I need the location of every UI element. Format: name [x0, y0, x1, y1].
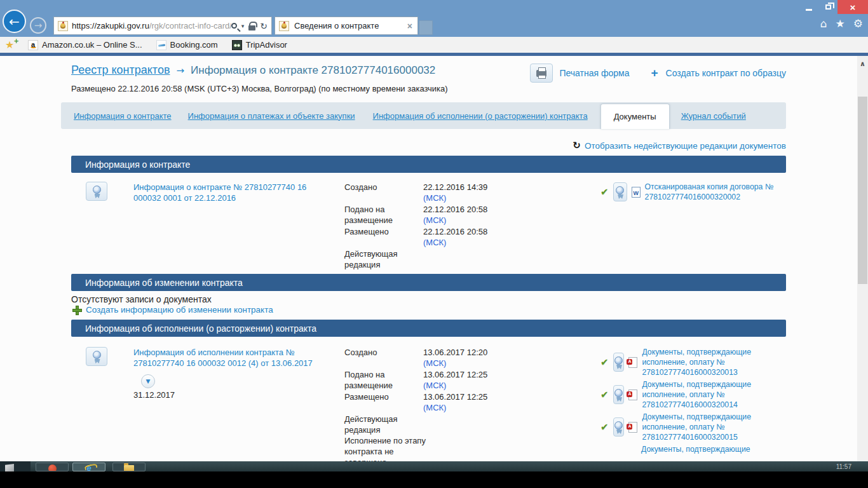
close-button[interactable]: ×: [837, 0, 868, 14]
timezone-link[interactable]: (МСК): [423, 358, 487, 369]
valid-check-icon: ✔: [600, 356, 609, 368]
forward-button[interactable]: →: [30, 17, 46, 34]
meta-value: 13.06.2017 12:25(МСК): [423, 369, 487, 391]
site-favicon: [58, 21, 68, 31]
restore-button[interactable]: [818, 0, 837, 14]
favorites-star-icon[interactable]: ★: [836, 17, 845, 30]
browser-navbar: ← → https://zakupki.gov.ru/rgk/contract-…: [0, 15, 868, 37]
scrollbar-thumb[interactable]: [858, 97, 867, 284]
taskbar: e 11:57: [0, 461, 868, 471]
meta-published: Размещено 22.12.2016 20:58(МСК): [344, 226, 555, 248]
home-icon[interactable]: ⌂: [820, 17, 827, 30]
taskbar-app-button[interactable]: [36, 463, 69, 471]
page-tabbar: Информация о контракте Информация о плат…: [61, 102, 786, 129]
meta-value: 22.12.2016 20:58(МСК): [423, 204, 487, 226]
create-change-info-link[interactable]: Создать информацию об изменении контракт…: [86, 305, 273, 315]
meta-label: Создано: [344, 182, 423, 203]
pdf-file-icon: A: [628, 357, 637, 368]
execution-document-link[interactable]: Информация об исполнении контракта № 278…: [133, 347, 334, 369]
favorite-amazon[interactable]: a Amazon.co.uk – Online S...: [24, 37, 146, 53]
scanned-copy-link[interactable]: Отсканированая копия договора № 27810277…: [645, 182, 786, 202]
expand-button[interactable]: ▼: [141, 374, 155, 388]
create-contract-link[interactable]: Создать контракт по образцу: [666, 68, 786, 78]
refresh-icon[interactable]: ↻: [260, 21, 268, 31]
new-tab-button[interactable]: [419, 20, 433, 35]
medal-icon: [93, 351, 101, 359]
attachment-row: ✔ A Документы, подтверждающие исполнение…: [600, 412, 786, 442]
settings-gear-icon[interactable]: ⚙: [853, 17, 863, 30]
browser-titlebar: ×: [0, 0, 868, 15]
minimize-icon: [806, 9, 812, 11]
favorite-tripadvisor-label: TripAdvisor: [246, 40, 287, 50]
tab-payments-info[interactable]: Информация о платежах и объекте закупки: [179, 111, 364, 121]
attachment-link[interactable]: Документы, подтверждающие исполнение, оп…: [642, 347, 786, 377]
scrollbar-up-icon[interactable]: ∧: [857, 60, 868, 68]
add-favorite-icon[interactable]: ★: [5, 39, 18, 51]
timezone-link[interactable]: (МСК): [423, 402, 487, 413]
start-button[interactable]: [0, 461, 31, 471]
tab-execution-info[interactable]: Информация об исполнении (о расторжении)…: [364, 111, 597, 121]
folder-icon: [124, 465, 134, 471]
browser-tab[interactable]: Сведения о контракте ×: [275, 17, 418, 35]
tab-close-button[interactable]: ×: [406, 21, 414, 31]
favorite-tripadvisor[interactable]: TripAdvisor: [228, 37, 291, 53]
taskbar-explorer-button[interactable]: [112, 463, 146, 471]
meta-value: 13.06.2017 12:20(МСК): [423, 347, 487, 369]
timezone-link[interactable]: (МСК): [423, 193, 487, 203]
url-text: https://zakupki.gov.ru/rgk/contract-info…: [72, 21, 231, 30]
plus-green-icon: [72, 306, 81, 314]
favorites-bar: ★ a Amazon.co.uk – Online S... Booking.c…: [0, 37, 868, 53]
vertical-scrollbar[interactable]: ∧: [857, 56, 868, 461]
signature-medal-button[interactable]: [613, 182, 627, 201]
tab-contract-info[interactable]: Информация о контракте: [66, 111, 179, 121]
taskbar-ie-button[interactable]: e: [72, 463, 105, 471]
contract-info-document-link[interactable]: Информация о контракте № 27810277740 16 …: [133, 182, 334, 203]
url-path: /rgk/contract-info-card/view: [149, 21, 231, 30]
favorite-booking-label: Booking.com: [170, 40, 218, 50]
print-form-link[interactable]: Печатная форма: [559, 68, 629, 78]
booking-icon: [156, 40, 166, 50]
lock-icon: [248, 25, 255, 30]
timezone-link[interactable]: (МСК): [423, 237, 487, 248]
meta-value: 22.12.2016 14:39(МСК): [423, 182, 487, 203]
favorite-amazon-label: Amazon.co.uk – Online S...: [42, 40, 142, 50]
app-icon: [48, 464, 57, 471]
page-actions: Печатная форма + Создать контракт по обр…: [530, 64, 786, 83]
signature-medal-button[interactable]: [613, 353, 625, 372]
meta-label: Размещено: [344, 226, 423, 248]
print-button[interactable]: [530, 64, 553, 83]
tab-documents[interactable]: Документы: [600, 104, 670, 129]
tab-title: Сведения о контракте: [294, 21, 401, 30]
back-button[interactable]: ←: [3, 10, 26, 33]
placement-subtitle: Размещено 22.12.2016 20:58 (MSK (UTC+3) …: [71, 84, 786, 93]
signature-medal-button[interactable]: [86, 347, 107, 366]
medal-icon: [93, 186, 101, 194]
screen-bottom-black: [0, 471, 868, 488]
execution-info-row: Информация об исполнении контракта № 278…: [71, 342, 786, 461]
chevron-down-icon: ▼: [146, 378, 151, 384]
pdf-file-icon: A: [628, 422, 637, 433]
attachment-link[interactable]: Документы, подтверждающие исполнение, оп…: [642, 379, 786, 410]
edition-status: Действующая редакция: [344, 248, 428, 270]
signature-medal-button[interactable]: [86, 182, 107, 201]
search-icon[interactable]: [231, 23, 237, 29]
execution-status: Исполнение по этапу контракта не заверше…: [344, 435, 428, 461]
search-dropdown-caret[interactable]: ▾: [241, 23, 245, 29]
minimize-button[interactable]: [799, 0, 818, 14]
attachment-link[interactable]: Документы, подтверждающие исполнение, оп…: [642, 412, 786, 442]
breadcrumb-registry-link[interactable]: Реестр контрактов: [71, 64, 170, 77]
tab-event-log[interactable]: Журнал событий: [674, 111, 754, 121]
medal-icon: [616, 186, 624, 194]
meta-label: Размещено: [344, 391, 423, 413]
timezone-link[interactable]: (МСК): [423, 215, 487, 226]
attachment-link[interactable]: Документы, подтверждающие: [641, 444, 750, 454]
favorite-booking[interactable]: Booking.com: [153, 37, 222, 53]
address-bar[interactable]: https://zakupki.gov.ru/rgk/contract-info…: [53, 17, 272, 35]
browser-toolbar-icons: ⌂ ★ ⚙: [820, 17, 863, 30]
refresh-c-icon: ↻: [573, 140, 581, 151]
show-invalid-editions-link[interactable]: Отобразить недействующие редакции докуме…: [585, 141, 786, 151]
internet-explorer-icon: e: [86, 464, 91, 471]
timezone-link[interactable]: (МСК): [423, 380, 487, 391]
signature-medal-button[interactable]: [613, 385, 625, 404]
signature-medal-button[interactable]: [613, 417, 625, 437]
